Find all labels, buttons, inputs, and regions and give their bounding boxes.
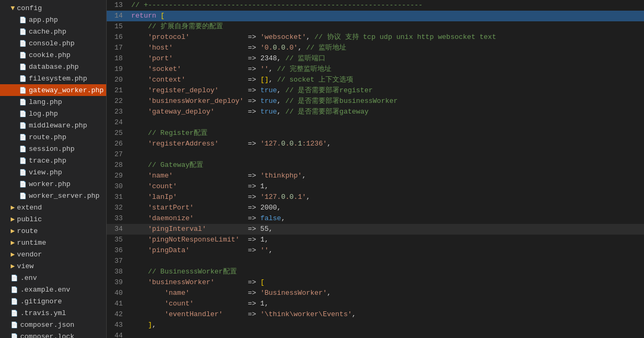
line-number: 37 (107, 256, 129, 267)
code-line: 24 (107, 117, 644, 128)
file-icon: 📄 (19, 169, 27, 176)
sidebar-root-file--travis.yml[interactable]: 📄.travis.yml (0, 307, 106, 319)
sidebar-file-worker_server-php[interactable]: 📄worker_server.php (0, 190, 106, 202)
config-files-list: 📄app.php📄cache.php📄console.php📄cookie.ph… (0, 14, 106, 202)
code-line: 27 (107, 149, 644, 160)
sidebar-root-file--gitignore[interactable]: 📄.gitignore (0, 295, 106, 307)
sidebar-file-session-php[interactable]: 📄session.php (0, 143, 106, 155)
sidebar-file-view-php[interactable]: 📄view.php (0, 166, 106, 178)
line-content: 'name' => 'BusinessWorker', (129, 288, 644, 299)
file-icon: 📄 (19, 75, 27, 82)
sidebar-file-lang-php[interactable]: 📄lang.php (0, 96, 106, 108)
line-number: 14 (107, 11, 129, 21)
other-folders-list: ▶extend▶public▶route▶runtime▶vendor▶view (0, 202, 106, 272)
line-content: 'register_deploy' => true, // 是否需要部署regi… (129, 85, 644, 96)
code-line: 29 'name' => 'thinkphp', (107, 171, 644, 181)
sidebar-file-label: gateway_worker.php (29, 86, 104, 94)
file-icon: 📄 (11, 286, 18, 293)
line-content: 'businessWorker' => [ (129, 277, 644, 288)
code-line: 21 'register_deploy' => true, // 是否需要部署r… (107, 85, 644, 96)
sidebar-folder-config[interactable]: ▼ config (0, 2, 106, 14)
line-content: 'name' => 'thinkphp', (129, 171, 644, 181)
sidebar-folder-view[interactable]: ▶view (0, 260, 106, 272)
line-number: 24 (107, 117, 129, 128)
sidebar-file-worker-php[interactable]: 📄worker.php (0, 178, 106, 190)
sidebar-folder-runtime[interactable]: ▶runtime (0, 237, 106, 248)
sidebar-file-label: .gitignore (20, 297, 62, 305)
code-line: 13// +----------------------------------… (107, 0, 644, 11)
line-content: 'count' => 1, (129, 181, 644, 192)
sidebar-file-label: composer.json (20, 321, 74, 329)
sidebar-file-cookie-php[interactable]: 📄cookie.php (0, 49, 106, 61)
code-line: 33 'daemonize' => false, (107, 213, 644, 224)
sidebar-file-middleware-php[interactable]: 📄middleware.php (0, 119, 106, 131)
line-number: 40 (107, 288, 129, 299)
sidebar-file-console-php[interactable]: 📄console.php (0, 37, 106, 49)
sidebar-file-log-php[interactable]: 📄log.php (0, 108, 106, 119)
code-line: 34 'pingInterval' => 55, (107, 224, 644, 235)
line-number: 43 (107, 320, 129, 331)
code-line: 38 // BusinesssWorker配置 (107, 267, 644, 277)
line-number: 19 (107, 64, 129, 75)
folder-icon: ▶ (11, 203, 15, 212)
line-content: 'pingData' => '', (129, 245, 644, 256)
file-icon: 📄 (19, 52, 27, 59)
code-line: 22 'businessWorker_deploy' => true, // 是… (107, 96, 644, 107)
line-content: 'host' => '0.0.0.0', // 监听地址 (129, 43, 644, 53)
sidebar-file-label: cookie.php (29, 51, 70, 59)
line-number: 39 (107, 277, 129, 288)
code-editor: 13// +----------------------------------… (107, 0, 644, 338)
folder-label: vendor (17, 251, 42, 259)
code-line: 44 (107, 331, 644, 338)
line-number: 42 (107, 309, 129, 320)
file-icon: 📄 (11, 310, 18, 317)
line-number: 29 (107, 171, 129, 181)
sidebar-file-cache-php[interactable]: 📄cache.php (0, 26, 106, 37)
sidebar-root-file-composer-json[interactable]: 📄composer.json (0, 319, 106, 331)
sidebar-folder-route[interactable]: ▶route (0, 225, 106, 237)
sidebar-root-file-composer-lock[interactable]: 📄composer.lock (0, 331, 106, 338)
line-number: 44 (107, 331, 129, 338)
sidebar-file-filesystem-php[interactable]: 📄filesystem.php (0, 73, 106, 84)
sidebar-root-file--example.env[interactable]: 📄.example.env (0, 284, 106, 295)
code-line: 18 'port' => 2348, // 监听端口 (107, 53, 644, 64)
sidebar-file-app-php[interactable]: 📄app.php (0, 14, 106, 26)
sidebar-file-label: session.php (29, 145, 75, 153)
code-line: 17 'host' => '0.0.0.0', // 监听地址 (107, 43, 644, 53)
line-content: 'startPort' => 2000, (129, 203, 644, 213)
sidebar-root-file--env[interactable]: 📄.env (0, 272, 106, 284)
file-icon: 📄 (19, 99, 27, 106)
folder-icon: ▶ (11, 250, 15, 259)
code-line: 43 ], (107, 320, 644, 331)
line-content: 'eventHandler' => '\think\worker\Events'… (129, 309, 644, 320)
sidebar-file-label: app.php (29, 16, 58, 24)
line-number: 32 (107, 203, 129, 213)
sidebar-file-label: database.php (29, 63, 79, 71)
line-number: 20 (107, 75, 129, 85)
file-icon: 📄 (19, 122, 27, 129)
file-icon: 📄 (19, 181, 27, 188)
code-line: 40 'name' => 'BusinessWorker', (107, 288, 644, 299)
line-number: 15 (107, 21, 129, 32)
line-number: 35 (107, 235, 129, 245)
sidebar-folder-public[interactable]: ▶public (0, 213, 106, 225)
sidebar-folder-extend[interactable]: ▶extend (0, 202, 106, 213)
file-icon: 📄 (19, 146, 27, 152)
sidebar-file-label: log.php (29, 110, 58, 118)
line-content: // +------------------------------------… (129, 0, 644, 11)
sidebar-file-route-php[interactable]: 📄route.php (0, 131, 106, 143)
line-content: 'protocol' => 'websocket', // 协议 支持 tcp … (129, 32, 644, 43)
code-line: 25 // Register配置 (107, 128, 644, 139)
sidebar-file-database-php[interactable]: 📄database.php (0, 61, 106, 73)
file-icon: 📄 (11, 275, 18, 281)
line-number: 25 (107, 128, 129, 139)
code-line: 30 'count' => 1, (107, 181, 644, 192)
line-number: 33 (107, 213, 129, 224)
sidebar-folder-vendor[interactable]: ▶vendor (0, 248, 106, 260)
line-number: 16 (107, 32, 129, 43)
sidebar-file-gateway_worker-php[interactable]: 📄gateway_worker.php (0, 84, 106, 96)
line-content: ], (129, 320, 644, 331)
sidebar-file-trace-php[interactable]: 📄trace.php (0, 155, 106, 166)
code-line: 35 'pingNotResponseLimit' => 1, (107, 235, 644, 245)
line-content: 'gateway_deploy' => true, // 是否需要部署gatew… (129, 107, 644, 117)
